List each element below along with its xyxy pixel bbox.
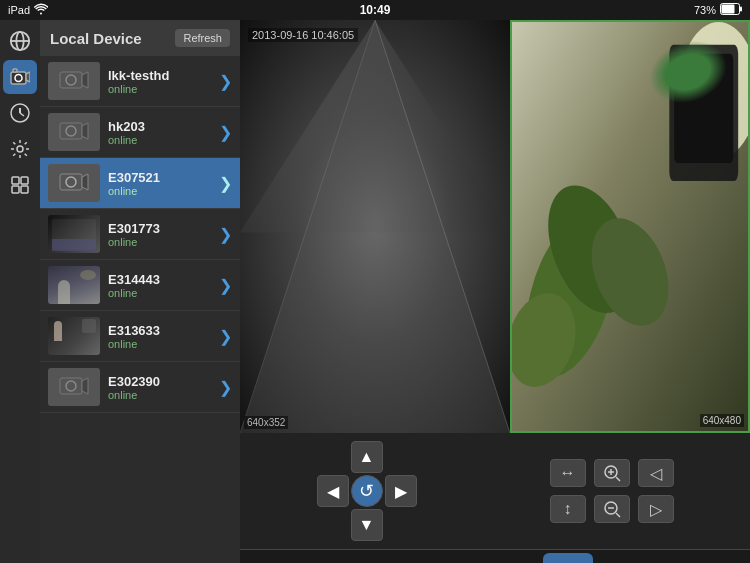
status-bar: iPad 10:49 73% bbox=[0, 0, 750, 20]
device-name-E301773: E301773 bbox=[108, 221, 211, 236]
device-item-E313633[interactable]: E313633 online ❯ bbox=[40, 311, 240, 362]
device-thumb-E314443 bbox=[48, 266, 100, 304]
device-name-E313633: E313633 bbox=[108, 323, 211, 338]
device-item-E314443[interactable]: E314443 online ❯ bbox=[40, 260, 240, 311]
sidebar-icon-settings[interactable] bbox=[3, 132, 37, 166]
sidebar-icon-camera[interactable] bbox=[3, 60, 37, 94]
wifi-icon bbox=[34, 3, 48, 17]
svg-rect-42 bbox=[674, 54, 733, 163]
device-name-E314443: E314443 bbox=[108, 272, 211, 287]
main-video-content: 2013-09-16 10:46:05 640x352 bbox=[240, 20, 510, 433]
control-row-1: ↔ ◁ bbox=[550, 459, 674, 487]
dpad-right-btn[interactable]: ▶ bbox=[385, 475, 417, 507]
svg-line-48 bbox=[616, 513, 620, 517]
svg-point-13 bbox=[17, 146, 23, 152]
device-name-E307521: E307521 bbox=[108, 170, 211, 185]
svg-marker-23 bbox=[82, 123, 88, 139]
device-thumb-lkk-testhd bbox=[48, 62, 100, 100]
zoom-out-btn[interactable] bbox=[594, 495, 630, 523]
dpad-empty-tr bbox=[385, 441, 417, 473]
main-container: Local Device Refresh lkk-testhd online ❯ bbox=[0, 20, 750, 563]
device-status-hk203: online bbox=[108, 134, 211, 146]
device-status-E313633: online bbox=[108, 338, 211, 350]
ptz-button[interactable]: PTZ bbox=[543, 553, 593, 564]
snapshot-button[interactable] bbox=[324, 553, 374, 564]
sidebar-icon-extra[interactable] bbox=[3, 168, 37, 202]
content-area: 2013-09-16 10:46:05 640x352 bbox=[240, 20, 750, 563]
dpad-empty-bl bbox=[317, 509, 349, 541]
control-row-2: ↕ ▷ bbox=[550, 495, 674, 523]
svg-rect-9 bbox=[13, 69, 17, 72]
dpad-empty-tl bbox=[317, 441, 349, 473]
device-item-lkk-testhd[interactable]: lkk-testhd online ❯ bbox=[40, 56, 240, 107]
svg-rect-16 bbox=[12, 186, 19, 193]
device-items: lkk-testhd online ❯ hk203 online bbox=[40, 56, 240, 563]
device-info-E313633: E313633 online bbox=[108, 323, 211, 350]
control-panel: ▲ ◀ ↺ ▶ ▼ ↔ bbox=[240, 433, 750, 563]
device-thumb-E313633 bbox=[48, 317, 100, 355]
status-time: 10:49 bbox=[360, 3, 391, 17]
device-thumb-E307521 bbox=[48, 164, 100, 202]
svg-marker-8 bbox=[26, 72, 30, 82]
status-right: 73% bbox=[694, 3, 742, 17]
refresh-button[interactable]: Refresh bbox=[175, 29, 230, 47]
ipad-label: iPad bbox=[8, 4, 30, 16]
status-left: iPad bbox=[8, 3, 48, 17]
sub-video-resolution: 640x480 bbox=[700, 414, 744, 427]
dpad-left-btn[interactable]: ◀ bbox=[317, 475, 349, 507]
device-info-E302390: E302390 online bbox=[108, 374, 211, 401]
device-arrow-E314443: ❯ bbox=[219, 276, 232, 295]
dpad-center-btn[interactable]: ↺ bbox=[351, 475, 383, 507]
svg-rect-1 bbox=[740, 7, 742, 12]
svg-rect-17 bbox=[21, 186, 28, 193]
sidebar-icon-clock[interactable] bbox=[3, 96, 37, 130]
device-list-title: Local Device bbox=[50, 30, 142, 47]
device-name-hk203: hk203 bbox=[108, 119, 211, 134]
device-info-E301773: E301773 online bbox=[108, 221, 211, 248]
device-thumb-E301773 bbox=[48, 215, 100, 253]
device-arrow-E313633: ❯ bbox=[219, 327, 232, 346]
svg-marker-29 bbox=[82, 378, 88, 394]
svg-rect-2 bbox=[722, 5, 735, 14]
main-video-resolution: 640x352 bbox=[244, 416, 288, 429]
audio-button[interactable] bbox=[251, 553, 301, 564]
pan-vertical-btn[interactable]: ↕ bbox=[550, 495, 586, 523]
zoom-in-btn[interactable] bbox=[594, 459, 630, 487]
device-item-hk203[interactable]: hk203 online ❯ bbox=[40, 107, 240, 158]
device-info-hk203: hk203 online bbox=[108, 119, 211, 146]
device-arrow-E302390: ❯ bbox=[219, 378, 232, 397]
device-item-E301773[interactable]: E301773 online ❯ bbox=[40, 209, 240, 260]
battery-icon bbox=[720, 3, 742, 17]
record-button[interactable] bbox=[397, 553, 447, 564]
svg-line-12 bbox=[20, 113, 24, 116]
device-item-E302390[interactable]: E302390 online ❯ bbox=[40, 362, 240, 413]
device-status-lkk-testhd: online bbox=[108, 83, 211, 95]
device-list: Local Device Refresh lkk-testhd online ❯ bbox=[40, 20, 240, 563]
sidebar-icons bbox=[0, 20, 40, 563]
device-info-E314443: E314443 online bbox=[108, 272, 211, 299]
grid4-button[interactable] bbox=[688, 553, 738, 564]
device-arrow-E301773: ❯ bbox=[219, 225, 232, 244]
side-controls: ↔ ◁ ↕ bbox=[550, 459, 674, 523]
sub-video[interactable]: 640x480 bbox=[510, 20, 750, 433]
dpad-down-btn[interactable]: ▼ bbox=[351, 509, 383, 541]
device-item-E307521[interactable]: E307521 online ❯ bbox=[40, 158, 240, 209]
device-thumb-E302390 bbox=[48, 368, 100, 406]
flip-v-btn[interactable]: ▷ bbox=[638, 495, 674, 523]
svg-marker-20 bbox=[82, 72, 88, 88]
device-status-E302390: online bbox=[108, 389, 211, 401]
dpad-empty-br bbox=[385, 509, 417, 541]
video-timestamp: 2013-09-16 10:46:05 bbox=[248, 28, 358, 42]
pan-horizontal-btn[interactable]: ↔ bbox=[550, 459, 586, 487]
main-video[interactable]: 2013-09-16 10:46:05 640x352 bbox=[240, 20, 510, 433]
device-name-E302390: E302390 bbox=[108, 374, 211, 389]
device-name-lkk-testhd: lkk-testhd bbox=[108, 68, 211, 83]
device-arrow-lkk-testhd: ❯ bbox=[219, 72, 232, 91]
dpad-up-btn[interactable]: ▲ bbox=[351, 441, 383, 473]
fullscreen-button[interactable] bbox=[616, 553, 666, 564]
device-thumb-hk203 bbox=[48, 113, 100, 151]
device-info-lkk-testhd: lkk-testhd online bbox=[108, 68, 211, 95]
sidebar-icon-globe[interactable] bbox=[3, 24, 37, 58]
flip-h-btn[interactable]: ◁ bbox=[638, 459, 674, 487]
speed-button[interactable] bbox=[470, 553, 520, 564]
